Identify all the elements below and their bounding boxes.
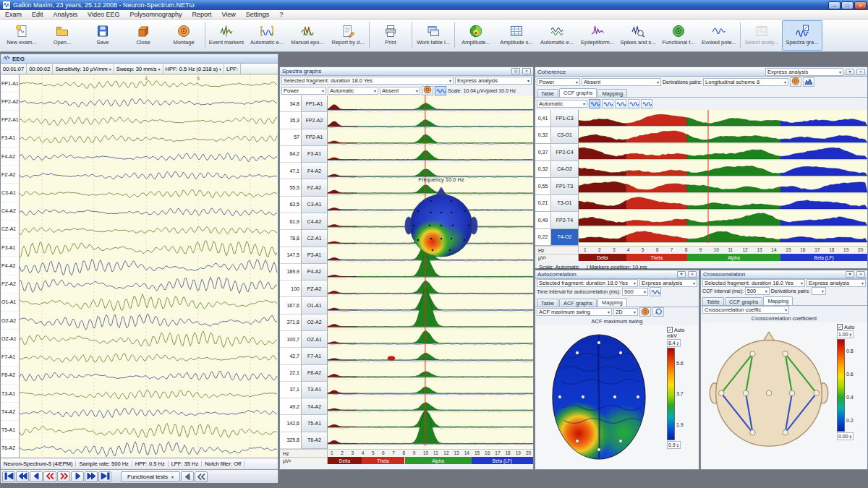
ccf-map-area[interactable]: Auto 1.00 0.8 0.6 0.4 0.2 0.00 (701, 322, 867, 469)
forward-button[interactable] (71, 471, 84, 482)
scale-min-spinner[interactable]: 0.00 (837, 432, 854, 440)
graphs-button[interactable] (803, 77, 814, 87)
fragment-select[interactable]: Selected fragment: duration 18.0 Yes (702, 279, 805, 287)
coherence-pair[interactable]: FP1-C3 (551, 110, 579, 127)
autocorrelation-tab-mapping[interactable]: Mapping (597, 298, 627, 307)
eeg-channel-label[interactable]: F7-A1 (1, 348, 19, 367)
scale-mode-select[interactable]: Automatic (328, 87, 378, 95)
spectra-channel[interactable]: T6-A2 (302, 432, 328, 449)
eeg-channel-label[interactable]: PZ-A2 (1, 275, 19, 294)
spectra-channel[interactable]: F8-A2 (302, 365, 328, 382)
maximize-button[interactable] (841, 1, 854, 9)
spectra-channel[interactable]: CZ-A1 (302, 230, 328, 247)
coherence-pair[interactable]: FP2-C4 (551, 144, 579, 161)
open-folder-button[interactable]: Open... (42, 20, 82, 51)
measure-select[interactable]: ACF maximum swing (537, 308, 612, 316)
eeg-traces[interactable]: 45 (20, 74, 278, 458)
dock-left-button[interactable] (181, 471, 194, 482)
close-button[interactable] (854, 1, 867, 9)
amplitude-map-button[interactable]: Amplitude... (456, 20, 496, 51)
epileptiform-button[interactable]: Epileptiform... (577, 20, 618, 51)
hpf-select[interactable]: HPF: 0.5 Hz (0.318 s) (163, 64, 225, 74)
interval-select[interactable]: 500 (622, 288, 648, 296)
evoked-potentials-button[interactable]: Evoked pote... (699, 20, 739, 51)
coherence-tab-ccf-graphs[interactable]: CCF graphs (559, 88, 597, 97)
graphs-button[interactable] (650, 287, 661, 296)
auto-scale-checkbox[interactable] (667, 327, 673, 333)
manual-epochs-button[interactable]: Manual epo... (287, 20, 328, 51)
coherence-pair[interactable]: FP1-T3 (551, 178, 579, 195)
crosscorrelation-tab-mapping[interactable]: Mapping (763, 296, 793, 305)
coherence-pair[interactable]: C3-O1 (551, 127, 579, 145)
eeg-channel-label[interactable]: T6-A2 (1, 440, 19, 458)
sensitivity-select[interactable]: Sensitivity: 10 μV/mm (53, 64, 114, 74)
menu-polysomnography[interactable]: Polysomnography (124, 10, 187, 19)
mapping-button[interactable] (790, 77, 801, 87)
coherence-tab-table[interactable]: Table (537, 89, 558, 97)
page-back-button[interactable] (43, 471, 56, 482)
coherence-view-button-3[interactable] (615, 99, 626, 108)
eeg-channel-label[interactable]: OZ-A1 (1, 330, 19, 348)
coherence-pair[interactable]: T4-O2 (551, 229, 579, 247)
spectra-channel[interactable]: C4-A2 (302, 213, 328, 230)
autocorrelation-tab-table[interactable]: Table (537, 299, 558, 307)
work-table-button[interactable]: Work table l... (413, 20, 454, 51)
spectra-channel[interactable]: OZ-A1 (302, 331, 328, 348)
spectra-channel[interactable]: FP2-A1 (302, 129, 328, 146)
close-icon[interactable] (688, 271, 697, 278)
spectra-channel[interactable]: O2-A2 (302, 314, 328, 331)
eeg-channel-label[interactable]: C4-A2 (1, 202, 19, 221)
express-analysis-select[interactable]: Express analysis (765, 68, 843, 76)
new-exam-button[interactable]: New exam... (1, 20, 42, 51)
scale-min-spinner[interactable]: 0.9 (667, 441, 681, 449)
spectra-channel[interactable]: P3-A1 (302, 247, 328, 264)
functional-tests-button[interactable]: Functional t... (658, 20, 699, 51)
smoothing-select[interactable]: Absent (380, 87, 420, 95)
spectra-channel[interactable]: F3-A1 (302, 146, 328, 163)
eeg-channel-label[interactable]: FP2-A1 (1, 111, 19, 129)
autocorrelation-tab-acf-graphs[interactable]: ACF graphs (559, 299, 597, 307)
auto-scale-checkbox[interactable] (837, 324, 843, 330)
eeg-channel-label[interactable]: FP1-A1 (1, 74, 19, 93)
acf-map-area[interactable]: Auto mkV 8.4 5.6 3.7 1.9 0.9 (535, 325, 699, 469)
save-button[interactable]: Save (82, 20, 123, 51)
scale-max-spinner[interactable]: 1.00 (837, 330, 854, 338)
menu-help[interactable]: ? (274, 10, 288, 19)
eeg-channel-label[interactable]: T4-A2 (1, 403, 19, 421)
select-analysis-button[interactable]: Select analy... (741, 20, 782, 51)
measure-select[interactable]: Crosscorrelation coeffic (702, 306, 789, 314)
eeg-channel-label[interactable]: FP2-A2 (1, 93, 19, 111)
dock-left-double-button[interactable] (195, 471, 208, 482)
menu-report[interactable]: Report (187, 10, 216, 19)
coherence-pair[interactable]: T3-O1 (551, 195, 579, 213)
spectra-channel[interactable]: FZ-A2 (302, 179, 328, 196)
skip-first-button[interactable] (2, 471, 15, 482)
eeg-channel-label[interactable]: CZ-A1 (1, 221, 19, 239)
spectra-channel[interactable]: O1-A1 (302, 297, 328, 314)
power-select[interactable]: Power (281, 87, 326, 95)
fragment-select[interactable]: Selected fragment: duration 18.0 Yes (281, 77, 454, 85)
coherence-pair[interactable]: C4-O2 (551, 161, 579, 179)
spectra-channel[interactable]: T3-A1 (302, 382, 328, 398)
spectra-channel[interactable]: T4-A2 (302, 398, 328, 415)
panel-menu-icon[interactable] (846, 271, 854, 278)
close-icon[interactable] (522, 68, 531, 74)
express-analysis-select[interactable]: Express analysis (455, 77, 532, 85)
minimize-button[interactable] (828, 1, 841, 9)
mapping-button[interactable] (422, 86, 433, 95)
menu-view[interactable]: View (216, 10, 240, 19)
automatic-eeg-button[interactable]: Automatic e... (537, 20, 577, 51)
automatic-epochs-button[interactable]: Automatic e... (247, 20, 287, 51)
eeg-channel-label[interactable]: C3-A1 (1, 184, 19, 202)
eeg-channel-label[interactable]: FZ-A2 (1, 166, 19, 184)
fast-forward-button[interactable] (85, 471, 98, 482)
scale-max-spinner[interactable]: 8.4 (667, 339, 681, 347)
spectra-channel[interactable]: P4-A2 (302, 264, 328, 281)
crosscorrelation-tab-table[interactable]: Table (702, 297, 724, 305)
power-select[interactable]: Power (537, 78, 580, 86)
eeg-channel-label[interactable]: P4-A2 (1, 257, 19, 275)
pin-icon[interactable] (511, 68, 520, 74)
skip-last-button[interactable] (98, 471, 111, 482)
smoothing-select[interactable]: Absent (582, 78, 661, 86)
coherence-pair[interactable]: FP2-T4 (551, 212, 579, 229)
